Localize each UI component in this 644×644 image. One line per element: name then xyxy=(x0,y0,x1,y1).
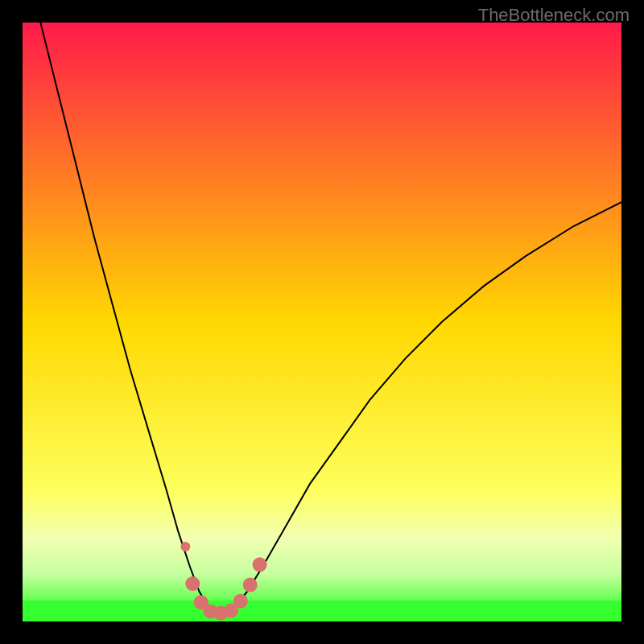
chart-goodzone xyxy=(23,601,621,621)
chart-plot-area xyxy=(23,23,621,621)
watermark-text: TheBottleneck.com xyxy=(478,5,630,26)
curve-marker xyxy=(233,594,248,609)
curve-marker xyxy=(253,557,267,572)
chart-svg xyxy=(23,23,621,621)
curve-marker xyxy=(180,542,190,551)
chart-background xyxy=(23,23,621,621)
curve-marker xyxy=(243,578,258,592)
curve-marker xyxy=(185,576,200,591)
